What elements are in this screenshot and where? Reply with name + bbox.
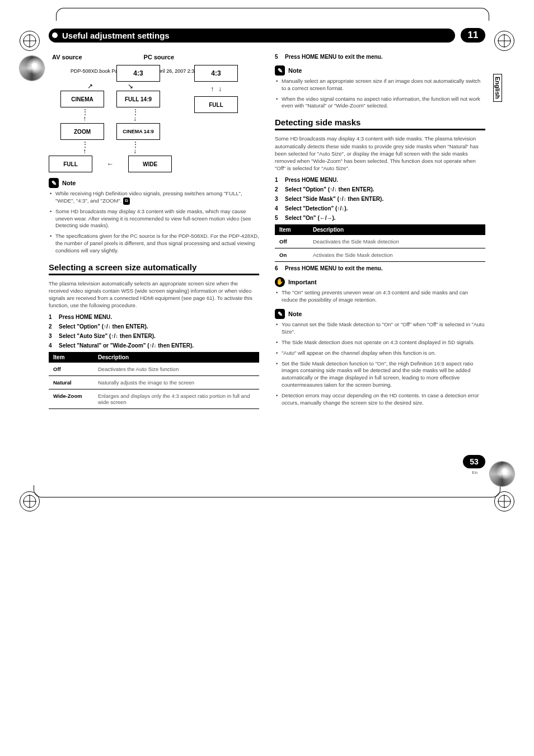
step: Select "Natural" or "Wide-Zoom" (↑/↓ the… [49, 342, 259, 349]
screen-size-flow-diagram: 4:3 ↗ ↘ CINEMA FULL 14:9 ⋮↑ ⋮↓ [49, 65, 259, 172]
page-lang: En [472, 470, 477, 475]
step: Press HOME MENU. [49, 314, 259, 320]
step: Select "Option" (↑/↓ then ENTER). [275, 186, 485, 192]
chapter-number: 11 [461, 28, 485, 43]
arrow-up-icon: ↑ [210, 85, 214, 93]
crop-mark-icon [20, 491, 40, 511]
arrow-up-left-icon: ↗ [87, 83, 93, 90]
side-mask-steps-cont: Press HOME MENU to exit the menu. [275, 265, 485, 271]
chapter-bullet-icon [52, 32, 58, 38]
note-text: Manually select an appropriate screen si… [276, 78, 485, 92]
node-full-14-9: FULL 14:9 [116, 91, 160, 107]
node-full: FULL [49, 156, 92, 172]
side-mask-table: Item Description OffDeactivates the Side… [275, 224, 485, 262]
node-pc-4-3: 4:3 [194, 65, 238, 82]
table-row: OffDeactivates the Side Mask detection [275, 235, 485, 248]
note-text: When the video signal contains no aspect… [276, 96, 485, 110]
color-wheel-icon [20, 56, 44, 81]
crop-mark-icon [20, 31, 40, 51]
step: Press HOME MENU to exit the menu. [275, 265, 485, 271]
right-note-list-2: You cannot set the Side Mask detection t… [275, 321, 485, 406]
dots-up-icon: ⋮↑ [82, 141, 88, 154]
important-list: The "On" setting prevents uneven wear on… [275, 289, 485, 304]
auto-size-steps: Press HOME MENU. Select "Option" (↑/↓ th… [49, 314, 259, 349]
node-pc-full: FULL [194, 96, 238, 113]
auto-size-steps-cont: Press HOME MENU to exit the menu. [275, 54, 485, 60]
note-text: Some HD broadcasts may display 4:3 conte… [50, 208, 259, 229]
node-cinema: CINEMA [60, 91, 104, 107]
auto-size-table: Item Description OffDeactivates the Auto… [49, 352, 259, 409]
av-source-heading: AV source [52, 54, 82, 60]
arrow-left-icon: ← [105, 160, 116, 168]
table-row: Wide-ZoomEnlarges and displays only the … [49, 389, 259, 408]
note-text: You cannot set the Side Mask detection t… [276, 321, 485, 336]
crop-mark-icon [494, 31, 514, 51]
pc-source-heading: PC source [144, 54, 174, 60]
table-row: OffDeactivates the Auto Size function [49, 363, 259, 376]
table-row: OnActivates the Side Mask detection [275, 248, 485, 261]
arrow-down-right-icon: ↘ [127, 83, 134, 90]
important-text: The "On" setting prevents uneven wear on… [276, 289, 485, 304]
node-wide: WIDE [128, 156, 172, 172]
note-label: Note [62, 180, 76, 186]
page-number-badge: 53 [463, 455, 485, 468]
pencil-icon: ✎ [275, 65, 285, 76]
side-mask-steps: Press HOME MENU. Select "Option" (↑/↓ th… [275, 177, 485, 221]
arrow-down-icon: ↓ [218, 85, 222, 93]
node-zoom: ZOOM [60, 123, 104, 140]
table-header: Description [308, 224, 485, 235]
table-row: NaturalNaturally adjusts the image to th… [49, 375, 259, 389]
left-note-list: While receiving High Definition video si… [49, 190, 259, 255]
step: Select "Detection" (↑/↓). [275, 205, 485, 212]
dots-down-icon: ⋮↓ [132, 141, 139, 154]
important-label: Important [288, 279, 317, 285]
section-description: The plasma television automatically sele… [49, 280, 259, 309]
note-label: Note [288, 311, 302, 317]
page-frame-bottom [34, 485, 500, 497]
step: Press HOME MENU to exit the menu. [275, 54, 485, 60]
screen-size-button-icon: ⧉ [123, 198, 130, 205]
language-tab: English [493, 74, 502, 102]
pencil-icon: ✎ [275, 309, 285, 319]
note-text: Set the Side Mask detection function to … [276, 360, 485, 389]
section-heading: Selecting a screen size automatically [49, 262, 259, 275]
step: Select "On" (←/→). [275, 215, 485, 221]
step: Select "Option" (↑/↓ then ENTER). [49, 323, 259, 330]
step: Select "Auto Size" (↑/↓ then ENTER). [49, 333, 259, 339]
pencil-icon: ✎ [49, 178, 59, 188]
note-text: Detection errors may occur depending on … [276, 392, 485, 407]
dots-down-icon: ⋮↓ [132, 109, 139, 122]
note-text: The Side Mask detection does not operate… [276, 339, 485, 346]
chapter-title: Useful adjustment settings [62, 31, 170, 40]
note-text: While receiving High Definition video si… [55, 190, 242, 204]
chapter-header: Useful adjustment settings 11 [49, 28, 485, 43]
table-header: Description [93, 352, 259, 363]
right-note-list-1: Manually select an appropriate screen si… [275, 78, 485, 110]
node-4-3: 4:3 [116, 65, 160, 82]
table-header: Item [275, 224, 308, 235]
note-text: "Auto" will appear on the channel displa… [276, 350, 485, 357]
note-label: Note [288, 67, 302, 74]
note-text: The specifications given for the PC sour… [50, 233, 259, 254]
table-header: Item [49, 352, 93, 363]
step: Press HOME MENU. [275, 177, 485, 183]
dots-up-icon: ⋮↑ [82, 109, 88, 122]
important-icon: ✋ [275, 277, 285, 287]
section-description: Some HD broadcasts may display 4:3 conte… [275, 135, 485, 172]
color-wheel-icon [490, 462, 514, 486]
section-heading: Detecting side masks [275, 118, 485, 130]
node-cinema-14-9: CINEMA 14:9 [116, 123, 160, 140]
crop-mark-icon [494, 491, 514, 511]
step: Select "Side Mask" (↑/↓ then ENTER). [275, 196, 485, 202]
